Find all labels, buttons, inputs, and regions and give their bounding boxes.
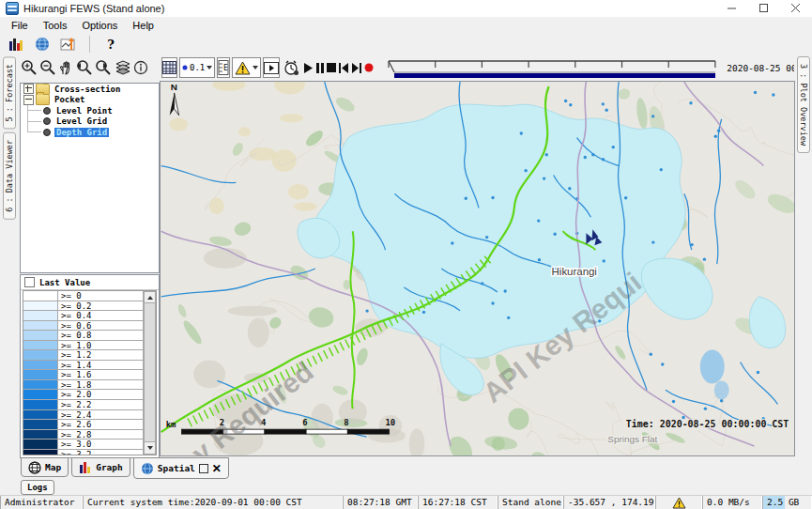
legend-row: >= 2.2 (23, 400, 156, 410)
legend-panel: Last Value >= 0>= 0.2>= 0.4>= 0.6>= 0.8>… (20, 274, 160, 458)
lake (714, 380, 729, 399)
triangle-up-icon (147, 296, 153, 300)
database-viewer-button[interactable] (6, 34, 26, 54)
tree-node-cross-section[interactable]: Cross-section (53, 85, 122, 94)
legend-row: >= 1.6 (23, 370, 156, 380)
zoom-next-button[interactable] (95, 57, 113, 78)
legend-scrollbar[interactable] (143, 291, 156, 455)
map-view[interactable]: N km246810 HikurangiSprings FlatTime: 20… (160, 81, 795, 456)
contour-interval-dropdown[interactable]: 0.1 (179, 57, 215, 78)
legend-threshold-label: >= 0.4 (58, 311, 95, 320)
menu-item-tools[interactable]: Tools (36, 19, 75, 32)
status-mode: Stand alone (498, 496, 563, 509)
zoom-out-button[interactable] (39, 57, 56, 78)
side-tab-data-viewer[interactable]: 6 : Data Viewer (3, 132, 16, 220)
play-box-icon (264, 62, 279, 74)
tree-connector (27, 111, 41, 122)
pause-button[interactable] (315, 57, 325, 78)
vertical-scale-button[interactable]: E (217, 57, 230, 78)
display-tab-map[interactable]: Map (21, 457, 69, 477)
map-time-label: Time: 2020-08-25 00:00:00 CST (626, 419, 789, 429)
map-canvas: N km246810 HikurangiSprings FlatTime: 20… (161, 82, 794, 455)
zoom-previous-button[interactable] (75, 57, 93, 78)
close-tab-icon[interactable]: ✕ (212, 463, 222, 474)
spatial-display-button[interactable] (32, 34, 53, 54)
grid-display-button[interactable] (161, 57, 177, 78)
legend-color-swatch (23, 440, 58, 449)
tree-node-depth-grid[interactable]: Depth Grid (54, 128, 109, 137)
folder-icon (36, 94, 50, 105)
pause-icon (315, 63, 325, 73)
status-bar: AdministratorCurrent system time:2020-09… (0, 495, 812, 509)
maximize-button[interactable] (748, 0, 780, 17)
animation-timer-button[interactable] (283, 57, 299, 78)
close-button[interactable] (780, 0, 812, 17)
layers-button[interactable] (115, 57, 131, 78)
legend-color-swatch (23, 331, 58, 340)
node-bullet-icon (43, 107, 51, 115)
play-button[interactable] (303, 57, 314, 78)
tree-row[interactable]: Level Point (21, 105, 159, 116)
help-button[interactable]: ? (100, 34, 121, 54)
scrollbar-thumb[interactable] (144, 302, 156, 443)
menu-item-options[interactable]: Options (74, 19, 125, 32)
warning-icon[interactable] (672, 497, 686, 509)
legend-threshold-label: >= 3.0 (58, 440, 95, 449)
chevron-down-icon (207, 66, 212, 69)
legend-color-swatch (23, 301, 58, 311)
legend-color-swatch (23, 311, 58, 320)
clock-icon (283, 60, 299, 76)
legend-threshold-label: >= 2.8 (58, 430, 95, 440)
area-label: Springs Flat (607, 434, 657, 444)
tab-label: Graph (96, 462, 123, 472)
tree-node-level-point[interactable]: Level Point (54, 106, 115, 116)
warning-filter-dropdown[interactable] (232, 57, 261, 78)
minimize-button[interactable] (716, 0, 748, 17)
skip-to-end-button[interactable] (351, 57, 362, 78)
maximize-tab-icon[interactable] (199, 464, 208, 473)
record-button[interactable] (364, 57, 374, 78)
time-slider-track (381, 54, 721, 79)
stop-button[interactable] (327, 57, 336, 78)
animation-window-button[interactable] (263, 57, 280, 78)
legend-color-swatch (23, 410, 58, 420)
main-toolbar: ? (0, 34, 812, 54)
contour-interval-value: 0.1 (190, 63, 205, 72)
status-coordinates: -35.657 , 174.199 (563, 496, 655, 509)
display-tab-spatial[interactable]: Spatial✕ (133, 457, 229, 479)
side-tab-forecast[interactable]: 5 : Forecast (3, 56, 16, 129)
logs-button[interactable]: Logs (21, 480, 54, 495)
tree-row[interactable]: Depth Grid (21, 127, 159, 138)
legend-color-swatch (23, 361, 58, 370)
dot-icon (182, 65, 188, 70)
scroll-down-button[interactable] (144, 441, 156, 455)
side-tab-plot-overview[interactable]: 3 : Plot Overview (797, 56, 810, 153)
zoom-in-button[interactable] (21, 57, 38, 78)
expand-icon[interactable] (23, 84, 34, 94)
scale-display-button[interactable] (58, 34, 79, 54)
triangle-down-icon (147, 446, 153, 450)
legend-color-swatch (23, 420, 58, 429)
tree-node-pocket[interactable]: Pocket (53, 95, 87, 104)
lake (700, 350, 725, 384)
time-slider[interactable] (381, 54, 721, 81)
globe-icon (35, 37, 50, 52)
menu-item-help[interactable]: Help (125, 19, 161, 32)
display-tab-graph[interactable]: Graph (71, 457, 130, 477)
legend-threshold-label: >= 0.2 (58, 301, 95, 311)
skip-to-start-button[interactable] (338, 57, 349, 78)
legend-threshold-label: >= 0.6 (58, 321, 95, 331)
tab-label: Map (45, 462, 61, 472)
legend-row: >= 0.4 (23, 311, 156, 321)
svg-text:8: 8 (344, 418, 348, 427)
legend-color-swatch (23, 430, 58, 440)
tree-row[interactable]: Level Grid (21, 116, 159, 128)
pan-button[interactable] (58, 57, 73, 78)
menu-item-file[interactable]: File (4, 19, 36, 32)
globe-blue-icon (141, 462, 154, 475)
info-button[interactable] (133, 57, 148, 78)
last-value-checkbox[interactable] (24, 277, 35, 287)
tree-row[interactable]: Pocket (21, 95, 159, 106)
tree-node-level-grid[interactable]: Level Grid (54, 116, 109, 126)
collapse-icon[interactable] (23, 95, 34, 105)
